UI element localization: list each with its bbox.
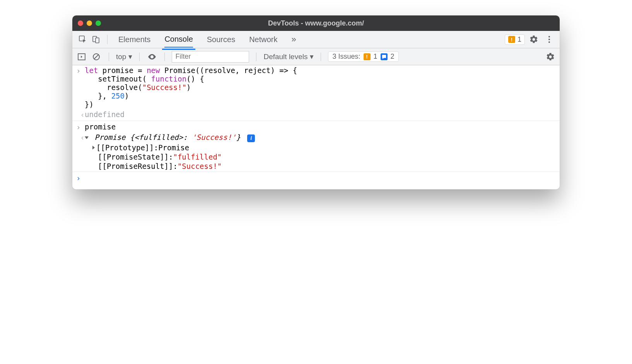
property-key: [[PromiseState]] <box>98 153 169 161</box>
property-value: "fulfilled" <box>173 153 222 161</box>
issues-info-count: 2 <box>391 53 395 61</box>
issues-warn-count: 1 <box>374 53 377 61</box>
code-input: promise <box>85 122 116 131</box>
panel-tabs: Elements Console Sources Network » <box>118 31 505 48</box>
svg-point-4 <box>548 39 550 40</box>
property-value: "Success!" <box>178 162 222 170</box>
divider <box>139 53 140 61</box>
code-input: let promise = new Promise((resolve, reje… <box>85 66 297 109</box>
titlebar: DevTools - www.google.com/ <box>72 15 560 31</box>
tab-console[interactable]: Console <box>164 32 193 48</box>
object-summary-text: Promise {<fulfilled>: 'Success!'} <box>94 133 241 141</box>
toggle-drawer-icon[interactable] <box>76 51 87 62</box>
filter-input[interactable] <box>172 51 249 63</box>
property-key: [[Prototype]] <box>96 143 154 152</box>
issues-badge[interactable]: 3 Issues: ! 1 2 <box>328 51 398 62</box>
info-icon[interactable]: i <box>247 134 255 142</box>
console-output: › let promise = new Promise((resolve, re… <box>72 65 560 189</box>
inspect-element-icon[interactable] <box>76 33 89 46</box>
expand-toggle-icon[interactable] <box>85 136 89 139</box>
object-properties: [[Prototype]]: Promise [[PromiseState]]:… <box>72 143 560 171</box>
issues-label: 3 Issues: <box>332 53 360 61</box>
expand-toggle-icon[interactable] <box>92 146 95 150</box>
devtools-window: DevTools - www.google.com/ Elements Cons… <box>72 15 560 189</box>
log-levels-select[interactable]: Default levels ▾ <box>263 52 314 61</box>
console-input-row[interactable]: › let promise = new Promise((resolve, re… <box>72 65 560 109</box>
device-toggle-icon[interactable] <box>89 33 102 46</box>
divider <box>321 53 321 61</box>
output-value: undefined <box>85 110 125 119</box>
console-settings-icon[interactable] <box>545 51 556 62</box>
input-marker-icon: › <box>76 122 85 131</box>
tab-elements[interactable]: Elements <box>118 32 150 47</box>
object-property[interactable]: [[Prototype]]: Promise <box>89 143 560 152</box>
console-toolbar: top ▾ Default levels ▾ 3 Issues: ! 1 2 <box>72 48 560 65</box>
divider <box>256 53 256 61</box>
svg-point-3 <box>548 36 550 37</box>
svg-point-8 <box>151 56 153 58</box>
object-summary[interactable]: Promise {<fulfilled>: 'Success!'} i <box>85 133 255 142</box>
close-button[interactable] <box>78 20 83 26</box>
devtools-tabbar: Elements Console Sources Network » ! 1 <box>72 31 560 48</box>
chevron-down-icon: ▾ <box>310 52 314 61</box>
tab-overflow[interactable]: » <box>292 31 296 48</box>
chevron-down-icon: ▾ <box>128 52 132 61</box>
console-output-row: › Promise {<fulfilled>: 'Success!'} i <box>72 132 560 143</box>
more-menu-button[interactable] <box>543 33 556 46</box>
warnings-count: 1 <box>518 36 521 44</box>
output-marker-icon: › <box>76 110 85 119</box>
tab-sources[interactable]: Sources <box>207 32 235 47</box>
window-controls <box>78 20 101 26</box>
warnings-badge[interactable]: ! 1 <box>505 34 525 45</box>
object-property: [[PromiseState]]: "fulfilled" <box>89 152 560 162</box>
separator <box>72 121 560 121</box>
property-key: [[PromiseResult]] <box>98 162 173 170</box>
console-output-row: › undefined <box>72 109 560 120</box>
info-icon <box>381 53 388 60</box>
clear-console-icon[interactable] <box>91 51 102 62</box>
svg-point-5 <box>548 41 550 43</box>
execution-context-select[interactable]: top ▾ <box>116 52 132 61</box>
levels-label: Default levels <box>263 53 307 61</box>
live-expression-icon[interactable] <box>147 51 157 62</box>
console-prompt[interactable]: › <box>72 173 560 189</box>
object-property: [[PromiseResult]]: "Success!" <box>89 162 560 171</box>
minimize-button[interactable] <box>87 20 92 26</box>
console-input-row[interactable]: › promise <box>72 122 560 132</box>
maximize-button[interactable] <box>96 20 101 26</box>
input-marker-icon: › <box>76 66 85 75</box>
settings-button[interactable] <box>527 33 540 46</box>
divider <box>164 53 165 61</box>
context-label: top <box>116 53 126 61</box>
warning-icon: ! <box>508 36 515 43</box>
svg-rect-2 <box>96 38 99 43</box>
prompt-marker-icon: › <box>76 173 85 182</box>
property-value: Promise <box>158 143 189 152</box>
output-marker-icon: › <box>76 133 85 142</box>
window-title: DevTools - www.google.com/ <box>72 19 560 27</box>
separator <box>72 172 560 172</box>
divider <box>109 53 109 61</box>
tabbar-right: ! 1 <box>505 33 556 46</box>
tab-network[interactable]: Network <box>249 32 277 47</box>
divider <box>107 35 108 44</box>
warning-icon: ! <box>364 53 371 60</box>
